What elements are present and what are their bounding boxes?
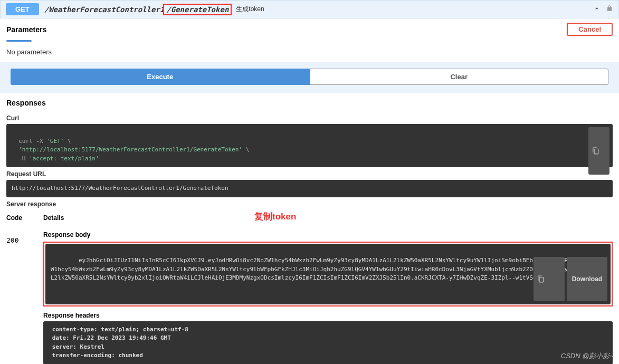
copy-icon[interactable] — [588, 127, 610, 175]
lock-icon[interactable] — [606, 5, 613, 14]
code-column-header: Code — [6, 214, 43, 222]
response-body-label: Response body — [43, 227, 613, 241]
action-button-row: Execute Clear — [0, 62, 619, 93]
watermark: CSDN @彭小彭~ — [561, 351, 614, 361]
curl-label: Curl — [0, 111, 619, 124]
endpoint-summary: 生成token — [236, 5, 264, 14]
copy-body-icon[interactable] — [534, 257, 564, 301]
endpoint-path-highlighted: /GenerateToken — [163, 4, 232, 15]
response-row: 200 Response body eyJhbGciOiJIUzI1NiIsIn… — [0, 225, 619, 365]
request-url-block: http://localhost:5177/WeatherForecastCon… — [6, 180, 613, 197]
curl-code-block: curl -X 'GET' \ 'http://localhost:5177/W… — [6, 124, 613, 167]
parameters-heading: Parameters — [6, 25, 46, 34]
response-body-highlight: eyJhbGciOiJIUzI1NiIsInR5cCI6IkpXVCJ9.eyJ… — [43, 242, 613, 306]
response-headers-label: Response headers — [43, 308, 613, 321]
parameters-section-header: Parameters Cancel — [0, 18, 619, 40]
no-parameters-text: No parameters — [0, 42, 619, 62]
clear-button[interactable]: Clear — [310, 69, 609, 85]
cancel-button[interactable]: Cancel — [567, 23, 613, 36]
responses-section-header: Responses — [0, 93, 619, 111]
chevron-up-icon[interactable] — [593, 5, 601, 14]
download-button[interactable]: Download — [567, 257, 607, 301]
http-method-badge: GET — [6, 3, 39, 15]
response-body-block: eyJhbGciOiJIUzI1NiIsInR5cCI6IkpXVCJ9.eyJ… — [45, 244, 611, 304]
operation-header[interactable]: GET /WeatherForecastController1 /Generat… — [0, 0, 619, 18]
response-table-header: Code Details 复制token — [0, 210, 619, 225]
endpoint-path-prefix: /WeatherForecastController1 — [44, 5, 165, 14]
status-code: 200 — [6, 227, 43, 365]
details-column-header: Details 复制token — [43, 214, 613, 222]
response-headers-block: content-type: text/plain; charset=utf-8 … — [43, 321, 613, 365]
request-url-label: Request URL — [0, 167, 619, 180]
copy-token-annotation: 复制token — [254, 210, 296, 223]
execute-button[interactable]: Execute — [11, 69, 310, 85]
server-response-label: Server response — [0, 197, 619, 210]
responses-heading: Responses — [6, 99, 613, 107]
